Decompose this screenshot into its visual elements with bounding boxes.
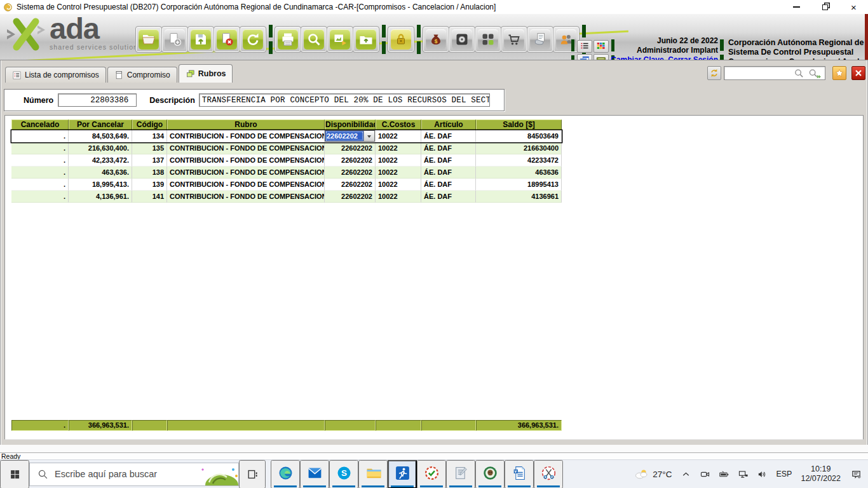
running-indicator (362, 485, 384, 487)
list-small-button[interactable] (577, 40, 592, 53)
import-folder-button[interactable] (353, 27, 379, 52)
open-folder-button[interactable] (136, 27, 161, 52)
chevron-down-icon[interactable] (363, 131, 374, 141)
export-image-button[interactable] (327, 27, 353, 52)
shopping-cart-button[interactable] (501, 27, 527, 52)
toolbar: ada shared services solutions $ Estas co… (0, 14, 868, 60)
column-header[interactable]: Saldo [$] (476, 119, 562, 130)
save-button[interactable] (188, 27, 214, 52)
lock-button[interactable] (388, 27, 414, 52)
column-header[interactable]: Cancelado (11, 119, 69, 130)
app-info: Corporación Autónoma Regional de Cu Sist… (728, 38, 868, 60)
chevron-up-icon[interactable] (681, 469, 691, 480)
column-header[interactable]: C.Costos (376, 119, 421, 130)
new-document-button[interactable] (162, 27, 187, 52)
table-row[interactable]: .4,136,961.141CONTRIBUCION - FONDO DE CO… (11, 191, 562, 203)
table-row[interactable]: .84,503,649.134CONTRIBUCION - FONDO DE C… (11, 130, 562, 142)
cell: ÁE. DAF (421, 166, 476, 179)
task-view-button[interactable] (239, 460, 266, 488)
volume-icon[interactable] (757, 469, 768, 480)
edge-taskbar-button[interactable] (271, 460, 300, 488)
toolbar-separator (269, 25, 273, 54)
minimize-button[interactable] (782, 0, 811, 14)
tab-lista-de-compromisos[interactable]: Lista de compromisos (5, 67, 106, 83)
cell: 216630400 (476, 142, 562, 154)
keyboard-small-icon (595, 55, 607, 61)
table-row[interactable]: .216,630,400.135CONTRIBUCION - FONDO DE … (11, 142, 562, 154)
cerrar-sesion-link[interactable]: Cerrar Sesión (668, 55, 718, 60)
skype-taskbar-button[interactable]: S (329, 460, 358, 488)
cell: 10022 (376, 179, 421, 191)
lock-icon (391, 29, 411, 50)
document-editor-icon (512, 465, 527, 483)
modules-button[interactable] (475, 27, 501, 52)
cell: 4,136,961. (69, 191, 132, 203)
table-row[interactable]: .18,995,413.139CONTRIBUCION - FONDO DE C… (11, 179, 562, 191)
column-header[interactable]: Por Cancelar (69, 119, 132, 130)
import-folder-icon (356, 29, 376, 50)
windows-logo-icon (10, 469, 20, 480)
organization-name: Corporación Autónoma Regional de Cu (728, 38, 868, 48)
table-row[interactable]: .42,233,472.137CONTRIBUCION - FONDO DE C… (11, 154, 562, 166)
favorite-button[interactable] (832, 66, 846, 80)
descripcion-field[interactable] (199, 93, 490, 107)
clock[interactable]: 10:19 12/07/2022 (801, 464, 841, 484)
undo-icon (243, 29, 263, 50)
panel-gap (0, 445, 868, 452)
mail-icon (307, 465, 323, 483)
table-body: .84,503,649.134CONTRIBUCION - FONDO DE C… (11, 130, 562, 203)
battery-icon[interactable] (719, 469, 729, 480)
cambiar-clave-link[interactable]: Cambiar Clave (611, 55, 663, 60)
green-badge-app-taskbar-button[interactable] (475, 460, 505, 488)
delete-document-button[interactable] (214, 27, 240, 52)
tab-compromiso[interactable]: Compromiso (107, 67, 177, 83)
numero-field[interactable] (58, 93, 137, 107)
undo-button[interactable] (240, 27, 266, 52)
mail-taskbar-button[interactable] (300, 460, 329, 488)
file-explorer-taskbar-button[interactable] (358, 460, 388, 488)
temperature[interactable]: 27°C (653, 470, 672, 479)
cell: 4136961 (476, 191, 562, 203)
print-button[interactable] (275, 27, 301, 52)
search-icon[interactable] (794, 68, 804, 79)
search-next-icon[interactable] (808, 68, 821, 79)
notepad-taskbar-button[interactable] (446, 460, 475, 488)
start-button[interactable] (0, 460, 29, 488)
cell: . (11, 179, 69, 191)
column-header[interactable]: Disponibilidad (325, 119, 376, 130)
schedule-taskbar-button[interactable] (417, 460, 446, 488)
weather-icon[interactable] (634, 466, 649, 482)
restore-button[interactable] (811, 0, 839, 14)
money-bag-button[interactable]: $ (423, 27, 449, 52)
tab-rubros[interactable]: Rubros (179, 64, 233, 83)
close-button[interactable]: × (839, 0, 868, 14)
document-editor-taskbar-button[interactable] (505, 460, 534, 488)
quick-search-input[interactable] (724, 67, 788, 79)
save-icon (191, 29, 211, 50)
cell: 10022 (376, 130, 421, 142)
cell: 42233472 (476, 154, 562, 166)
taskbar: Escribe aquí para buscar S 27°C (0, 459, 868, 488)
network-icon[interactable] (738, 469, 749, 480)
disponibilidad-combobox[interactable]: 22602202 (325, 130, 375, 142)
run-app-taskbar-button[interactable] (388, 460, 417, 488)
table-row[interactable]: .463,636.138CONTRIBUCION - FONDO DE COMP… (11, 166, 562, 179)
taskbar-search[interactable]: Escribe aquí para buscar (29, 463, 239, 486)
column-header[interactable]: Código (132, 119, 167, 130)
close-tab-button[interactable] (851, 66, 865, 80)
search-preview-button[interactable] (301, 27, 327, 52)
receipt-button[interactable] (527, 27, 553, 52)
cell: 10022 (376, 191, 421, 203)
language-indicator[interactable]: ESP (776, 470, 792, 478)
safe-button[interactable] (449, 27, 475, 52)
print-icon (278, 29, 298, 50)
column-header[interactable]: Artículo (421, 119, 476, 130)
action-center-icon[interactable] (851, 469, 862, 480)
running-indicator (420, 485, 443, 487)
meet-now-icon[interactable] (700, 469, 710, 480)
snipping-tool-taskbar-button[interactable] (534, 460, 563, 488)
windows-small-button[interactable] (577, 54, 592, 60)
screen: Sistema de Control Presupuestal (DB207) … (0, 0, 868, 488)
column-header[interactable]: Rubro (167, 119, 325, 130)
refresh-button[interactable] (707, 66, 721, 80)
